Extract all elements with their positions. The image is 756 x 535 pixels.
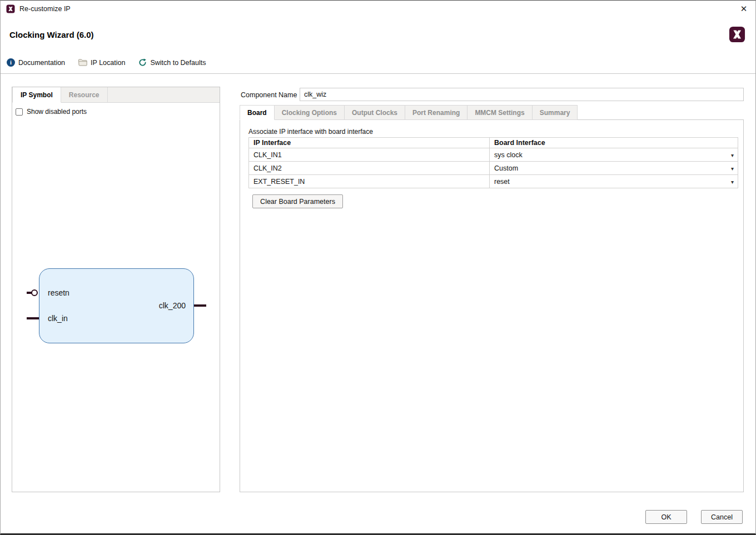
show-disabled-ports-row: Show disabled ports: [16, 108, 220, 116]
dropdown-value: Custom: [494, 164, 518, 172]
ok-button[interactable]: OK: [645, 510, 687, 524]
chevron-down-icon: ▾: [731, 178, 734, 184]
board-interface-dropdown-clk-in1[interactable]: sys clock ▾: [490, 148, 738, 162]
board-interface-dropdown-ext-reset-in[interactable]: reset ▾: [490, 175, 738, 188]
tab-mmcm-settings-label: MMCM Settings: [475, 109, 524, 117]
board-interface-table: IP Interface Board Interface CLK_IN1 sys…: [248, 137, 738, 188]
cancel-button[interactable]: Cancel: [701, 510, 743, 524]
ip-interface-cell: EXT_RESET_IN: [249, 175, 490, 188]
ip-location-label: IP Location: [91, 59, 125, 67]
ip-interface-cell: CLK_IN1: [249, 148, 490, 162]
show-disabled-ports-label: Show disabled ports: [27, 108, 87, 116]
tab-board[interactable]: Board: [240, 105, 275, 120]
board-tab-content: Associate IP interface with board interf…: [240, 119, 744, 492]
tab-board-label: Board: [247, 109, 267, 117]
switch-to-defaults-label: Switch to Defaults: [150, 59, 206, 67]
documentation-button[interactable]: i Documentation: [7, 58, 65, 67]
table-row-clk-in2: CLK_IN2 Custom ▾: [249, 162, 738, 175]
tab-ip-symbol-label: IP Symbol: [21, 91, 53, 99]
table-header-row: IP Interface Board Interface: [249, 138, 738, 148]
port-label-clk-in: clk_in: [48, 314, 68, 323]
chevron-down-icon: ▾: [731, 165, 734, 171]
column-header-board-interface: Board Interface: [490, 138, 738, 148]
main-tab-bar: Board Clocking Options Output Clocks Por…: [240, 105, 578, 120]
port-stub-clk-200: [194, 304, 206, 307]
tab-clocking-options[interactable]: Clocking Options: [275, 105, 345, 120]
chevron-down-icon: ▾: [731, 152, 734, 158]
show-disabled-ports-checkbox[interactable]: [16, 108, 23, 116]
dialog-header: Clocking Wizard (6.0): [1, 17, 755, 52]
left-panel-tabs: IP Symbol Resource: [12, 87, 220, 103]
component-name-label: Component Name: [241, 91, 297, 99]
close-icon[interactable]: ✕: [738, 3, 750, 14]
xilinx-logo-icon: [729, 26, 745, 43]
tab-summary-label: Summary: [540, 109, 570, 117]
tab-output-clocks-label: Output Clocks: [352, 109, 397, 117]
dropdown-value: reset: [494, 178, 510, 186]
table-row-ext-reset-in: EXT_RESET_IN reset ▾: [249, 175, 738, 188]
ip-location-button[interactable]: IP Location: [78, 59, 125, 67]
tab-port-renaming[interactable]: Port Renaming: [405, 105, 467, 120]
switch-to-defaults-button[interactable]: Switch to Defaults: [138, 58, 206, 67]
port-stub-clk-in: [27, 317, 39, 319]
table-row-clk-in1: CLK_IN1 sys clock ▾: [249, 148, 738, 162]
board-interface-dropdown-clk-in2[interactable]: Custom ▾: [490, 162, 738, 175]
port-label-clk-200: clk_200: [159, 301, 186, 310]
documentation-label: Documentation: [18, 59, 65, 67]
ip-symbol-block: resetn clk_in clk_200: [39, 268, 194, 343]
tab-summary[interactable]: Summary: [533, 105, 578, 120]
window-title: Re-customize IP: [19, 5, 71, 13]
board-description: Associate IP interface with board interf…: [248, 128, 373, 136]
port-label-resetn: resetn: [48, 288, 69, 297]
tab-resource-label: Resource: [69, 91, 100, 99]
info-icon: i: [7, 58, 15, 67]
title-bar[interactable]: Re-customize IP ✕: [1, 1, 755, 17]
active-low-bubble-icon: [31, 289, 38, 296]
tab-output-clocks[interactable]: Output Clocks: [345, 105, 405, 120]
tab-mmcm-settings[interactable]: MMCM Settings: [467, 105, 532, 120]
component-name-input[interactable]: [300, 88, 744, 101]
folder-icon: [78, 59, 87, 66]
recustomize-ip-dialog: Re-customize IP ✕ Clocking Wizard (6.0) …: [0, 0, 756, 535]
clear-board-parameters-button[interactable]: Clear Board Parameters: [252, 194, 343, 208]
refresh-icon: [138, 58, 147, 67]
ip-interface-cell: CLK_IN2: [249, 162, 490, 175]
column-header-ip-interface: IP Interface: [249, 138, 490, 148]
tab-ip-symbol[interactable]: IP Symbol: [12, 87, 61, 103]
tab-clocking-options-label: Clocking Options: [282, 109, 337, 117]
ip-symbol-panel: IP Symbol Resource Show disabled ports r…: [12, 87, 220, 492]
tab-resource[interactable]: Resource: [61, 87, 108, 102]
tab-port-renaming-label: Port Renaming: [412, 109, 460, 117]
dropdown-value: sys clock: [494, 151, 523, 159]
xilinx-logo-small-icon: [6, 4, 15, 13]
page-title: Clocking Wizard (6.0): [9, 30, 94, 39]
toolbar: i Documentation IP Location Switch to De…: [1, 52, 755, 74]
